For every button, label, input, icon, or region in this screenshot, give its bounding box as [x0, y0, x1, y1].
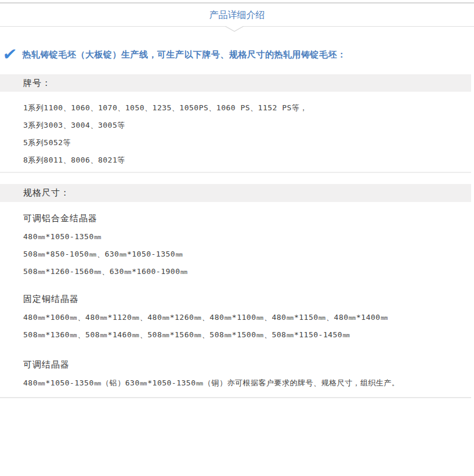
spec-group-title-adjustable: 可调结晶器 — [23, 356, 471, 373]
spec-line: 480㎜*1060㎜、480㎜*1120㎜、480㎜*1260㎜、480㎜*11… — [23, 309, 471, 326]
spec-group-title-fixed-copper: 固定铜结晶器 — [23, 290, 471, 308]
product-detail-page: 产品详细介绍 ✔ 热轧铸锭毛坯（大板锭）生产线，可生产以下牌号、规格尺寸的热轧用… — [0, 2, 474, 476]
spec-line: 508㎜*850-1050㎜、630㎜*1050-1350㎜ — [23, 246, 471, 263]
tab-product-detail[interactable]: 产品详细介绍 — [209, 3, 265, 26]
specs-list: 可调铝合金结晶器 480㎜*1050-1350㎜ 508㎜*850-1050㎜、… — [0, 202, 471, 398]
spec-line: 480㎜*1050-1350㎜ — [23, 228, 471, 246]
spec-line-custom-production: 480㎜*1050-1350㎜（铝）630㎜*1050-1350㎜（铜）亦可根据… — [23, 374, 471, 392]
grades-list: 1系列1100、1060、1070、1050、1235、1050PS、1060 … — [0, 92, 471, 173]
spec-group-title-adjustable-aluminum: 可调铝合金结晶器 — [23, 210, 471, 227]
grade-line-series1: 1系列1100、1060、1070、1050、1235、1050PS、1060 … — [23, 99, 471, 117]
active-tab-notch-icon — [225, 26, 244, 33]
section-header-specs: 规格尺寸： — [0, 184, 471, 202]
spec-line: 508㎜*1260-1560㎜、630㎜*1600-1900㎜ — [23, 263, 471, 280]
grade-line-series5: 5系列5052等 — [23, 134, 471, 152]
grade-line-series3: 3系列3003、3004、3005等 — [23, 117, 471, 134]
page-header: 产品详细介绍 — [0, 3, 474, 26]
grade-line-series8: 8系列8011、8006、8021等 — [23, 152, 471, 169]
intro-row: ✔ 热轧铸锭毛坯（大板锭）生产线，可生产以下牌号、规格尺寸的热轧用铸锭毛坯： — [0, 46, 474, 63]
header-divider — [0, 26, 474, 27]
section-header-grades: 牌号： — [0, 74, 471, 92]
intro-heading: 热轧铸锭毛坯（大板锭）生产线，可生产以下牌号、规格尺寸的热轧用铸锭毛坯： — [22, 49, 346, 60]
spec-line: 508㎜*1360㎜、508㎜*1460㎜、508㎜*1560㎜、508㎜*15… — [23, 326, 471, 344]
check-icon: ✔ — [2, 46, 17, 63]
